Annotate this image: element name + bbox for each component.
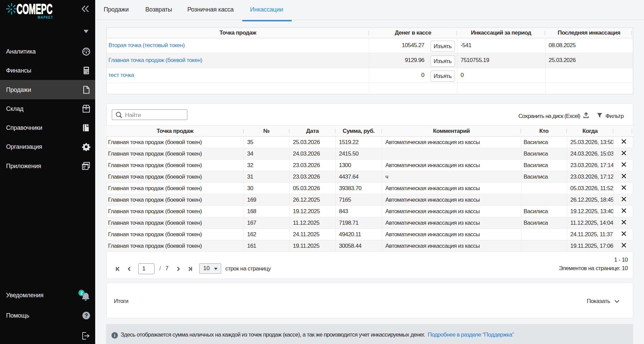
svg-text:2: 2 xyxy=(80,290,83,295)
svg-text:?: ? xyxy=(85,312,88,318)
